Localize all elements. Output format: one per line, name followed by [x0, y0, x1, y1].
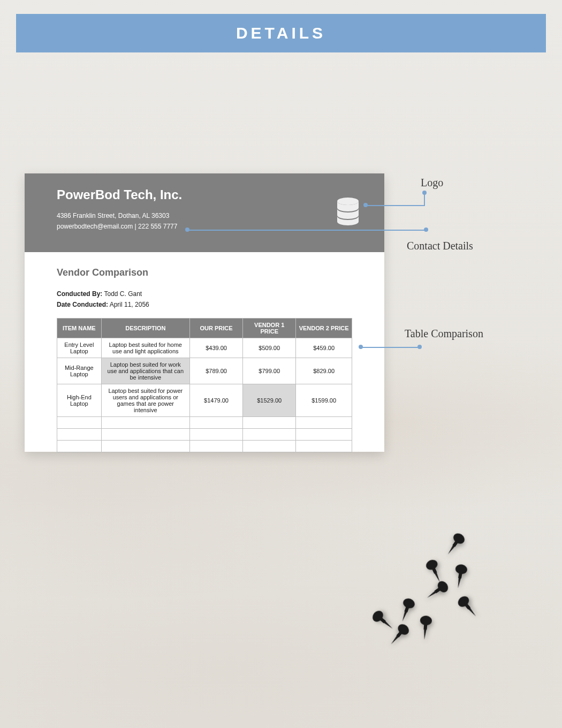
svg-rect-23	[423, 623, 427, 630]
cell-v1: $1529.00	[243, 384, 296, 417]
document-header: PowerBod Tech, Inc. 4386 Franklin Street…	[25, 173, 384, 252]
cell-item: Mid-Range Laptop	[57, 358, 102, 384]
cell-our: $439.00	[189, 338, 242, 358]
connector-dot	[185, 228, 189, 232]
connector-line	[366, 205, 424, 206]
cell-v2: $829.00	[296, 358, 352, 384]
database-icon	[336, 197, 360, 228]
th-v2: VENDOR 2 PRICE	[296, 318, 352, 338]
company-name: PowerBod Tech, Inc.	[57, 187, 352, 202]
cell-item: High-End Laptop	[57, 384, 102, 417]
page-banner: DETAILS	[16, 14, 546, 52]
svg-rect-5	[431, 566, 437, 574]
document-body: Vendor Comparison Conducted By: Todd C. …	[25, 252, 384, 463]
section-title: Vendor Comparison	[57, 267, 352, 278]
callout-contact: Contact Details	[407, 240, 473, 252]
cell-item: Entry Level Laptop	[57, 338, 102, 358]
connector-dot	[363, 203, 368, 207]
table-row: Mid-Range Laptop Laptop best suited for …	[57, 358, 352, 384]
cell-desc: Laptop best suited for home use and ligh…	[101, 338, 189, 358]
cell-v2: $1599.00	[296, 384, 352, 417]
th-desc: DESCRIPTION	[101, 318, 189, 338]
date-conducted-label: Date Conducted:	[57, 301, 108, 308]
cell-v1: $509.00	[243, 338, 296, 358]
date-conducted-value: April 11, 2056	[110, 301, 149, 308]
table-row	[57, 441, 352, 452]
cell-our: $1479.00	[189, 384, 242, 417]
connector-line	[361, 347, 420, 348]
table-header-row: ITEM NAME DESCRIPTION OUR PRICE VENDOR 1…	[57, 318, 352, 338]
table-row	[57, 429, 352, 441]
conducted-by-line: Conducted By: Todd C. Gant	[57, 290, 352, 298]
svg-marker-27	[390, 636, 398, 644]
table-row: High-End Laptop Laptop best suited for p…	[57, 384, 352, 417]
connector-dot	[424, 228, 428, 232]
conducted-by-value: Todd C. Gant	[104, 290, 142, 298]
conducted-by-label: Conducted By:	[57, 290, 102, 298]
th-our: OUR PRICE	[189, 318, 242, 338]
cell-desc: Laptop best suited for work use and appl…	[101, 358, 189, 384]
svg-marker-12	[427, 592, 436, 599]
callout-table: Table Comparison	[405, 328, 483, 340]
document-card: PowerBod Tech, Inc. 4386 Franklin Street…	[25, 173, 384, 452]
company-contact: powerbodtech@email.com | 222 555 7777	[57, 223, 352, 230]
svg-marker-15	[469, 608, 477, 617]
connector-dot	[417, 345, 422, 349]
pushpin-cluster	[364, 530, 514, 658]
cell-our: $789.00	[189, 358, 242, 384]
company-address: 4386 Franklin Street, Dothan, AL 36303	[57, 212, 352, 219]
table-row	[57, 417, 352, 429]
connector-line	[187, 230, 426, 231]
th-item: ITEM NAME	[57, 318, 102, 338]
svg-marker-9	[457, 579, 461, 588]
connector-dot	[422, 191, 427, 195]
cell-desc: Laptop best suited for power users and a…	[101, 384, 189, 417]
comparison-table: ITEM NAME DESCRIPTION OUR PRICE VENDOR 1…	[57, 318, 352, 452]
page-banner-title: DETAILS	[236, 24, 326, 42]
connector-dot	[359, 345, 363, 349]
cell-v1: $799.00	[243, 358, 296, 384]
date-conducted-line: Date Conducted: April 11, 2056	[57, 301, 352, 308]
table-row: Entry Level Laptop Laptop best suited fo…	[57, 338, 352, 358]
th-v1: VENDOR 1 PRICE	[243, 318, 296, 338]
cell-v2: $459.00	[296, 338, 352, 358]
svg-point-0	[337, 198, 359, 205]
callout-logo: Logo	[421, 177, 443, 189]
svg-point-4	[424, 558, 439, 572]
